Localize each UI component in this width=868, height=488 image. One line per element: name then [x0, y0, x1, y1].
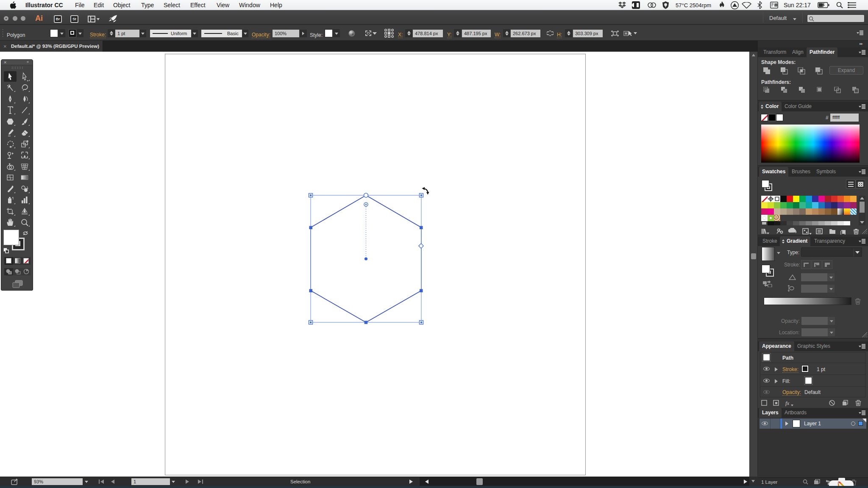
svg-text:fx: fx: [785, 400, 790, 406]
